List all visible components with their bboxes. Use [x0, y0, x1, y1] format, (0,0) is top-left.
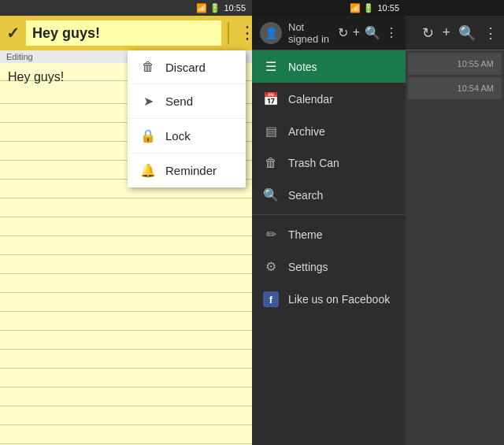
left-panel: 📶 🔋 10:55 ✓ ⋮ Editing Hey guys! 🗑 Discar… [0, 0, 252, 445]
sidebar-item-facebook[interactable]: f Like us on Facebook [252, 283, 406, 316]
note-list-item-2[interactable]: 10:54 AM [408, 77, 502, 99]
time-left: 10:55 [224, 3, 246, 13]
calendar-icon: 📅 [263, 91, 279, 106]
status-bar-left: 📶 🔋 10:55 [0, 0, 252, 16]
time-right: 10:55 [377, 3, 399, 13]
sidebar-header-icons: ↻ + 🔍 ⋮ [338, 25, 398, 40]
more-header-icon[interactable]: ⋮ [385, 25, 398, 40]
refresh-icon[interactable]: ↻ [338, 25, 348, 40]
dropdown-item-lock[interactable]: 🔒 Lock [128, 119, 246, 154]
trash-label: Trash Can [288, 157, 339, 169]
note-list-item[interactable]: 10:55 AM [408, 53, 502, 75]
right-panel: 📶 🔋 10:55 👤 Not signed in ↻ + 🔍 ⋮ ☰ Note… [252, 0, 504, 445]
notes-list-add-icon[interactable]: + [442, 24, 450, 41]
sidebar-item-notes[interactable]: ☰ Notes [252, 50, 406, 83]
note-timestamp-2: 10:54 AM [416, 83, 494, 93]
user-avatar: 👤 [260, 22, 282, 44]
notes-list: ↻ + 🔍 ⋮ 10:55 AM 10:54 AM [406, 0, 504, 445]
note-toolbar: ✓ ⋮ [0, 16, 252, 50]
add-icon[interactable]: + [353, 25, 360, 40]
archive-label: Archive [288, 125, 325, 138]
sidebar-item-trash[interactable]: 🗑 Trash Can [252, 147, 406, 179]
dropdown-item-discard[interactable]: 🗑 Discard [128, 50, 246, 84]
check-icon[interactable]: ✓ [6, 24, 20, 43]
notes-list-header: ↻ + 🔍 ⋮ [406, 16, 504, 50]
theme-label: Theme [288, 228, 323, 241]
status-icons-right: 📶 🔋 [350, 3, 374, 13]
sidebar-header: 👤 Not signed in ↻ + 🔍 ⋮ [252, 16, 406, 50]
settings-icon: ⚙ [263, 259, 279, 274]
note-title-input[interactable] [26, 20, 221, 46]
sidebar-divider [252, 214, 406, 215]
notes-icon: ☰ [263, 59, 279, 74]
sidebar-item-calendar[interactable]: 📅 Calendar [252, 83, 406, 115]
status-bar-right: 📶 🔋 10:55 [252, 0, 406, 16]
discard-label: Discard [165, 61, 206, 74]
notes-label: Notes [288, 61, 317, 73]
sidebar-item-archive[interactable]: ▤ Archive [252, 115, 406, 147]
dropdown-item-send[interactable]: ➤ Send [128, 84, 246, 119]
sidebar-item-search[interactable]: 🔍 Search [252, 179, 406, 211]
note-timestamp-1: 10:55 AM [416, 59, 494, 69]
discard-icon: 🗑 [140, 60, 156, 74]
status-icons-left: 📶 🔋 [196, 3, 220, 13]
archive-icon: ▤ [263, 124, 279, 139]
theme-icon: ✏ [263, 227, 279, 242]
sidebar: 📶 🔋 10:55 👤 Not signed in ↻ + 🔍 ⋮ ☰ Note… [252, 0, 406, 445]
facebook-icon: f [263, 291, 279, 307]
more-button[interactable]: ⋮ [235, 23, 259, 43]
sidebar-item-settings[interactable]: ⚙ Settings [252, 250, 406, 283]
lock-label: Lock [165, 129, 191, 143]
settings-label: Settings [288, 261, 328, 273]
sidebar-item-theme[interactable]: ✏ Theme [252, 218, 406, 250]
facebook-label: Like us on Facebook [288, 293, 390, 306]
dropdown-item-reminder[interactable]: 🔔 Reminder [128, 154, 246, 187]
trash-icon: 🗑 [263, 156, 279, 170]
lock-icon: 🔒 [140, 128, 156, 143]
notes-list-more-icon[interactable]: ⋮ [484, 24, 498, 42]
search-label: Search [288, 189, 323, 202]
notes-list-status-bar [406, 0, 504, 16]
not-signed-in-label: Not signed in [288, 21, 332, 45]
reminder-icon: 🔔 [140, 163, 156, 178]
dropdown-menu: 🗑 Discard ➤ Send 🔒 Lock 🔔 Reminder [128, 50, 246, 187]
search-header-icon[interactable]: 🔍 [365, 25, 380, 40]
reminder-label: Reminder [165, 164, 217, 177]
notes-list-search-icon[interactable]: 🔍 [458, 24, 476, 42]
notes-list-refresh-icon[interactable]: ↻ [422, 24, 434, 42]
search-sidebar-icon: 🔍 [263, 187, 279, 202]
calendar-label: Calendar [288, 93, 333, 106]
send-icon: ➤ [140, 94, 156, 109]
note-list-content: 10:55 AM 10:54 AM [406, 50, 504, 445]
note-color-button[interactable] [228, 22, 229, 44]
send-label: Send [165, 95, 193, 108]
